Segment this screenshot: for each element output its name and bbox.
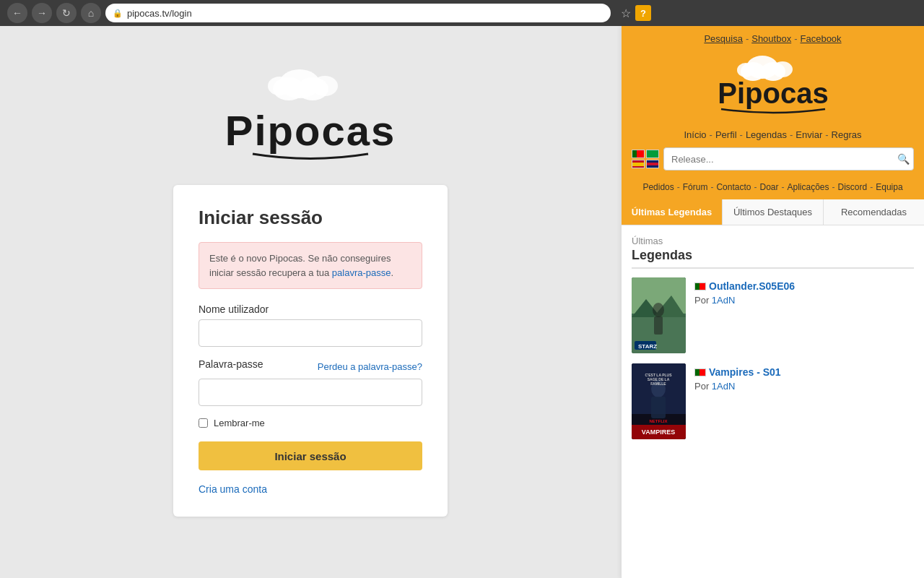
browser-chrome: ← → ↻ ⌂ 🔒 pipocas.tv/login ☆ ? <box>0 0 924 26</box>
facebook-link[interactable]: Facebook <box>801 33 842 44</box>
svg-point-3 <box>312 76 338 96</box>
login-title: Iniciar sessão <box>199 207 422 229</box>
pedidos-link[interactable]: Pedidos <box>642 182 674 192</box>
panel-logo-svg: Pipocas <box>701 51 845 116</box>
thumb-outlander: STARZ <box>632 277 686 353</box>
password-group: Palavra-passe Perdeu a palavra-passe? <box>199 358 422 406</box>
section-title-small: Últimas <box>632 236 914 246</box>
svg-point-17 <box>653 303 664 317</box>
panel-header: Pesquisa - Shoutbox - Facebook Pipocas <box>622 26 924 199</box>
search-bar-row: 🔍 <box>622 147 924 178</box>
flag-group <box>632 150 659 168</box>
search-input[interactable] <box>663 147 914 171</box>
search-input-wrap: 🔍 <box>663 147 914 171</box>
svg-text:Pipocas: Pipocas <box>718 77 828 109</box>
left-section: Pipocas Iniciar sessão Este é o novo Pip… <box>0 26 621 578</box>
login-card: Iniciar sessão Este é o novo Pipocas. Se… <box>173 185 448 517</box>
search-button[interactable]: 🔍 <box>897 153 910 165</box>
vampires-author-link[interactable]: 1AdN <box>712 381 736 392</box>
subtitles-section: Últimas Legendas <box>622 225 924 439</box>
outlander-author-link[interactable]: 1AdN <box>712 295 736 306</box>
page-body: Pipocas Iniciar sessão Este é o novo Pip… <box>0 26 924 578</box>
forum-link[interactable]: Fórum <box>683 182 708 192</box>
site-logo-left: Pipocas <box>213 55 408 185</box>
alert-box: Este é o novo Pipocas. Se não conseguire… <box>199 242 422 289</box>
aplicacoes-link[interactable]: Aplicações <box>788 182 829 192</box>
tab-ultimos-destaques[interactable]: Últimos Destaques <box>723 199 824 225</box>
contacto-link[interactable]: Contacto <box>716 182 751 192</box>
section-title-big: Legendas <box>632 248 914 269</box>
logo-svg: Pipocas <box>213 59 408 181</box>
panel-main-nav: Início - Perfil - Legendas - Enviar - Re… <box>622 125 924 147</box>
browser-right-icons: ☆ <box>621 7 631 20</box>
alert-text: Este é o novo Pipocas. Se não conseguire… <box>209 253 393 278</box>
tab-recomendadas[interactable]: Recomendadas <box>824 199 924 225</box>
flag-pt-vampires <box>694 368 706 376</box>
tabs-row: Últimas Legendas Últimos Destaques Recom… <box>622 199 924 225</box>
url-text: pipocas.tv/login <box>127 8 192 19</box>
forward-button[interactable]: → <box>32 3 52 23</box>
flag-pt[interactable] <box>632 150 645 158</box>
svg-rect-25 <box>651 397 666 418</box>
svg-text:NETFLIX: NETFLIX <box>650 419 668 423</box>
subtitle-item-outlander[interactable]: STARZ Outlander.S05E06 Por 1AdN <box>632 277 914 353</box>
flag-en[interactable] <box>646 160 659 168</box>
outlander-thumb-svg: STARZ <box>632 277 686 353</box>
doar-link[interactable]: Doar <box>759 182 778 192</box>
subtitles-scroll: Últimas Legendas <box>622 225 924 578</box>
right-panel: Pesquisa - Shoutbox - Facebook Pipocas <box>621 26 924 578</box>
panel-logo: Pipocas <box>622 48 924 125</box>
subtitle-info-outlander: Outlander.S05E06 Por 1AdN <box>694 277 795 353</box>
svg-point-4 <box>268 77 291 95</box>
inicio-link[interactable]: Início <box>684 129 707 140</box>
help-button[interactable]: ? <box>635 5 651 21</box>
perfil-link[interactable]: Perfil <box>715 129 737 140</box>
username-group: Nome utilizador <box>199 303 422 347</box>
svg-text:Pipocas: Pipocas <box>225 107 396 154</box>
password-input[interactable] <box>199 379 422 406</box>
equipa-link[interactable]: Equipa <box>876 182 902 192</box>
shoutbox-link[interactable]: Shoutbox <box>751 33 791 44</box>
login-submit-button[interactable]: Iniciar sessão <box>199 441 422 470</box>
home-button[interactable]: ⌂ <box>81 3 101 23</box>
star-icon[interactable]: ☆ <box>621 7 631 20</box>
username-label: Nome utilizador <box>199 303 422 315</box>
flag-br[interactable] <box>646 150 659 158</box>
tab-ultimas-legendas[interactable]: Últimas Legendas <box>622 199 723 225</box>
svg-point-10 <box>737 63 754 77</box>
remember-label: Lembrar-me <box>214 418 265 428</box>
svg-text:STARZ: STARZ <box>638 343 657 350</box>
pesquisa-link[interactable]: Pesquisa <box>704 33 742 44</box>
legendas-link[interactable]: Legendas <box>746 129 787 140</box>
flag-es[interactable] <box>632 160 645 168</box>
outlander-title[interactable]: Outlander.S05E06 <box>709 280 795 292</box>
svg-text:FAMILLE: FAMILLE <box>650 381 666 386</box>
create-account-link[interactable]: Cria uma conta <box>199 483 422 495</box>
remember-row: Lembrar-me <box>199 418 422 428</box>
panel-bottom-nav: Pedidos - Fórum - Contacto - Doar - Apli… <box>622 178 924 199</box>
password-label-row: Palavra-passe Perdeu a palavra-passe? <box>199 358 422 374</box>
vampires-title[interactable]: Vampires - S01 <box>709 366 781 378</box>
svg-rect-18 <box>654 316 663 335</box>
regras-link[interactable]: Regras <box>832 129 862 140</box>
subtitle-item-vampires[interactable]: C'EST LA PLUS SAGE DE LA FAMILLE VAMPIRE… <box>632 363 914 439</box>
alert-link[interactable]: palavra-passe <box>332 267 391 278</box>
address-bar[interactable]: 🔒 pipocas.tv/login <box>105 4 611 22</box>
flag-pt-outlander <box>694 282 706 290</box>
discord-link[interactable]: Discord <box>838 182 868 192</box>
flag-row-bottom <box>632 160 659 168</box>
forgot-password-link[interactable]: Perdeu a palavra-passe? <box>318 361 422 372</box>
back-button[interactable]: ← <box>7 3 27 23</box>
vampires-author: Por 1AdN <box>694 381 781 392</box>
lock-icon: 🔒 <box>113 9 123 18</box>
outlander-author: Por 1AdN <box>694 295 795 306</box>
subtitle-info-vampires: Vampires - S01 Por 1AdN <box>694 363 781 439</box>
subtitle-name-row-outlander: Outlander.S05E06 <box>694 280 795 292</box>
panel-top-links: Pesquisa - Shoutbox - Facebook <box>622 26 924 48</box>
reload-button[interactable]: ↻ <box>56 3 77 23</box>
svg-text:VAMPIRES: VAMPIRES <box>642 428 675 436</box>
enviar-link[interactable]: Enviar <box>796 129 822 140</box>
flag-row-top <box>632 150 659 158</box>
username-input[interactable] <box>199 319 422 347</box>
remember-checkbox[interactable] <box>199 418 208 428</box>
